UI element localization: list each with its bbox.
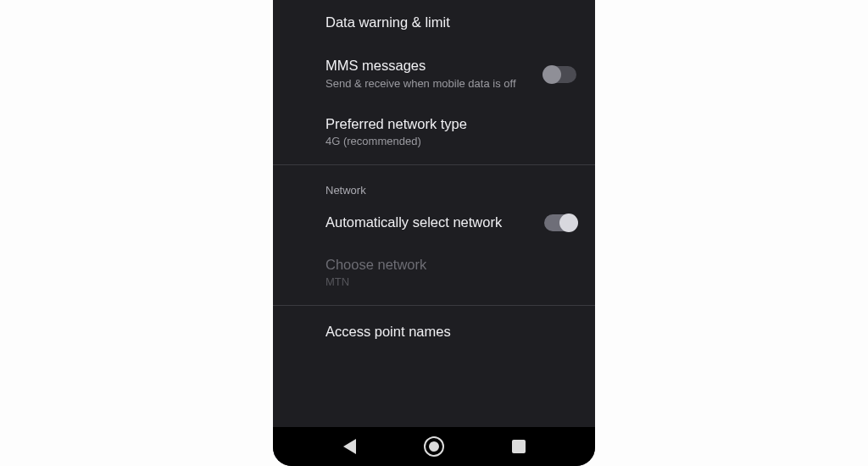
row-subtitle: Send & receive when mobile data is off (326, 77, 534, 92)
nav-recents-button[interactable] (506, 434, 531, 459)
row-title: Access point names (326, 323, 576, 341)
nav-home-button[interactable] (421, 434, 447, 459)
row-title: Choose network (326, 256, 576, 274)
section-divider (273, 305, 595, 306)
android-nav-bar (273, 427, 595, 466)
toggle-knob (559, 214, 578, 232)
nav-back-button[interactable] (337, 434, 362, 459)
settings-list: Data warning & limit MMS messages Send &… (273, 0, 595, 427)
row-mms-messages[interactable]: MMS messages Send & receive when mobile … (273, 45, 595, 103)
toggle-mms[interactable] (544, 66, 576, 83)
row-data-warning-limit[interactable]: Data warning & limit (273, 0, 595, 45)
phone-frame: Data warning & limit MMS messages Send &… (273, 0, 595, 466)
row-subtitle: MTN (326, 275, 576, 290)
toggle-auto-select-network[interactable] (544, 214, 576, 231)
row-subtitle: 4G (recommended) (326, 135, 576, 149)
row-auto-select-network[interactable]: Automatically select network (273, 202, 595, 243)
back-triangle-icon (343, 439, 356, 454)
home-circle-icon (424, 436, 444, 457)
row-title: Automatically select network (326, 214, 534, 231)
toggle-knob (542, 65, 561, 84)
section-header-network: Network (273, 169, 595, 202)
row-access-point-names[interactable]: Access point names (273, 309, 595, 354)
row-title: Preferred network type (326, 115, 576, 133)
row-choose-network: Choose network MTN (273, 244, 595, 302)
recents-square-icon (512, 440, 526, 453)
row-preferred-network-type[interactable]: Preferred network type 4G (recommended) (273, 103, 595, 161)
row-title: MMS messages (326, 57, 534, 75)
row-title: Data warning & limit (326, 14, 576, 31)
section-divider (273, 164, 595, 165)
